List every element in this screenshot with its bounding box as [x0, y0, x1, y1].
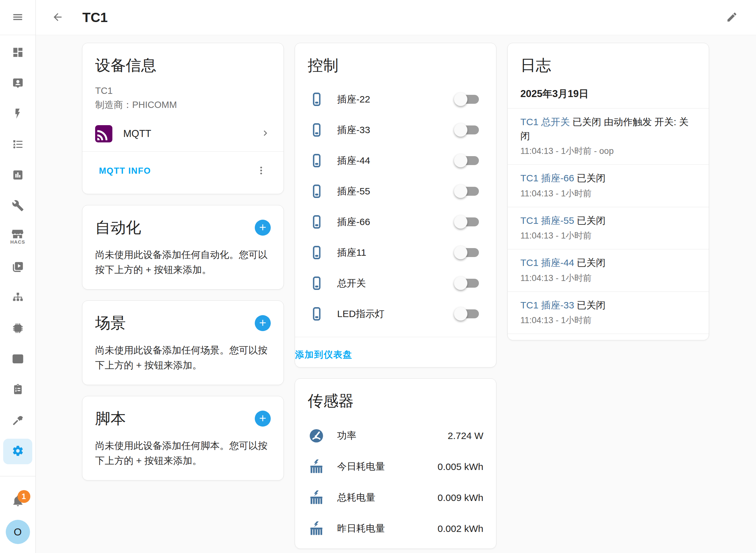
sidebar: HACS 1 [0, 0, 36, 553]
sensors-card: 传感器 功率 2.724 W 今日耗电量 0.005 kWh 总耗电量 [295, 378, 496, 549]
sensor-row: 今日耗电量 0.005 kWh [308, 451, 483, 482]
edit-device-button[interactable] [720, 6, 743, 29]
sidebar-item-todo[interactable] [0, 375, 35, 405]
toggle-switch[interactable] [456, 126, 479, 135]
logbook-title: 日志 [508, 55, 709, 76]
integration-row-mqtt[interactable]: MQTT [95, 125, 271, 151]
plus-icon [258, 222, 268, 233]
menu-button[interactable] [6, 6, 29, 29]
page-title: TC1 [82, 10, 720, 25]
logbook-date: 2025年3月19日 [508, 87, 709, 100]
logbook-entity-link[interactable]: TC1 插座-55 [520, 215, 574, 226]
column-device-info: 设备信息 TC1 制造商：PHICOMM MQTT MQTT INFO [82, 43, 284, 553]
control-label[interactable]: 插座-33 [337, 124, 456, 137]
scripts-title: 脚本 [95, 408, 126, 429]
logbook-entry: TC1 插座-44 已关闭 11:04:13 - 1小时前 [508, 249, 709, 292]
toggle-switch[interactable] [456, 279, 479, 288]
hamburger-icon [12, 11, 24, 24]
device-menu-button[interactable] [252, 161, 271, 180]
sidebar-item-people[interactable] [0, 68, 35, 99]
control-label[interactable]: 插座-22 [337, 93, 456, 106]
mqtt-info-button[interactable]: MQTT INFO [95, 163, 155, 179]
control-row: LED指示灯 [308, 299, 483, 329]
sidebar-item-developer-tools[interactable] [0, 405, 35, 436]
logbook-time: 11:04:13 - 1小时前 - oop [520, 145, 696, 157]
scripts-empty-text: 尚未使用此设备添加任何脚本。您可以按下上方的 + 按钮来添加。 [95, 439, 271, 468]
toggle-switch[interactable] [456, 309, 479, 318]
logbook-time: 11:04:13 - 1小时前 [520, 315, 696, 326]
column-logbook: 日志 2025年3月19日 TC1 总开关 已关闭 由动作触发 开关: 关闭 1… [507, 43, 709, 553]
sidebar-item-terminal[interactable] [0, 344, 35, 375]
logbook-entry: TC1 插座-22 已关闭 11:04:13 - 1小时前 [508, 334, 709, 340]
fence-electric-icon [309, 490, 324, 506]
toggle-switch[interactable] [456, 156, 479, 165]
toggle-switch[interactable] [456, 187, 479, 196]
avatar[interactable]: O [6, 520, 30, 544]
logbook-entity-link[interactable]: TC1 插座-44 [520, 257, 574, 268]
sidebar-item-hacs[interactable]: HACS [0, 222, 35, 252]
sensors-title: 传感器 [308, 391, 483, 411]
control-row: 插座11 [308, 237, 483, 268]
toggle-switch[interactable] [456, 95, 479, 104]
sidebar-item-profile[interactable]: O [0, 517, 35, 547]
sitemap-icon [12, 292, 24, 305]
control-label[interactable]: 插座11 [337, 246, 456, 259]
logbook-entity-link[interactable]: TC1 插座-66 [520, 173, 574, 183]
toggle-switch[interactable] [456, 218, 479, 226]
control-label[interactable]: LED指示灯 [337, 308, 456, 321]
sidebar-nav: HACS [0, 35, 35, 467]
scenes-empty-text: 尚未使用此设备添加任何场景。您可以按下上方的 + 按钮来添加。 [95, 343, 271, 373]
sidebar-item-history[interactable] [0, 160, 35, 191]
sidebar-item-logbook[interactable] [0, 130, 35, 160]
logbook-entity-link[interactable]: TC1 插座-33 [520, 300, 574, 310]
add-to-dashboard-button[interactable]: 添加到仪表盘 [295, 345, 356, 364]
play-box-multiple-icon [12, 261, 24, 274]
fence-electric-icon [309, 459, 324, 475]
device-manufacturer: 制造商：PHICOMM [95, 98, 271, 112]
power-socket-icon [309, 306, 324, 321]
logbook-message: 已关闭 [577, 257, 606, 268]
control-label[interactable]: 插座-55 [337, 185, 456, 198]
power-socket-icon [309, 153, 324, 168]
pencil-icon [726, 11, 738, 24]
toggle-switch[interactable] [456, 248, 479, 257]
sidebar-item-media[interactable] [0, 252, 35, 283]
chart-box-icon [12, 169, 24, 182]
dashboard-icon [12, 46, 24, 60]
scenes-title: 场景 [95, 313, 126, 333]
device-name: TC1 [95, 84, 271, 98]
automations-card: 自动化 尚未使用此设备添加任何自动化。您可以按下上方的 + 按钮来添加。 [82, 205, 284, 290]
sensor-value: 2.724 W [447, 430, 483, 441]
logbook-entry: TC1 插座-66 已关闭 11:04:13 - 1小时前 [508, 164, 709, 207]
hammer-icon [12, 414, 24, 427]
sidebar-item-settings[interactable] [0, 436, 35, 467]
logbook-entry: TC1 总开关 已关闭 由动作触发 开关: 关闭 11:04:13 - 1小时前… [508, 108, 709, 164]
back-button[interactable] [46, 6, 69, 29]
sensor-label[interactable]: 总耗电量 [337, 491, 438, 504]
control-label[interactable]: 插座-66 [337, 216, 456, 229]
sensor-value: 0.002 kWh [438, 523, 483, 534]
sensor-label[interactable]: 功率 [337, 429, 447, 442]
control-row: 插座-55 [308, 176, 483, 207]
add-script-button[interactable] [255, 411, 271, 426]
controls-card: 控制 插座-22 插座-33 插座-44 [295, 43, 496, 368]
sidebar-item-tools[interactable] [0, 191, 35, 222]
logbook-entry: TC1 插座-55 已关闭 11:04:13 - 1小时前 [508, 207, 709, 249]
sensor-label[interactable]: 今日耗电量 [337, 460, 438, 473]
list-bulleted-type-icon [12, 138, 24, 152]
plus-icon [258, 318, 268, 329]
logbook-entity-link[interactable]: TC1 总开关 [520, 116, 570, 127]
control-label[interactable]: 总开关 [337, 277, 456, 290]
notification-badge: 1 [17, 490, 30, 503]
sidebar-item-network[interactable] [0, 283, 35, 314]
hacs-store-icon: HACS [10, 229, 25, 245]
sidebar-item-notifications[interactable]: 1 [0, 486, 35, 517]
add-scene-button[interactable] [255, 315, 271, 331]
sidebar-item-esphome[interactable] [0, 314, 35, 344]
control-label[interactable]: 插座-44 [337, 154, 456, 167]
logbook-time: 11:04:13 - 1小时前 [520, 272, 696, 284]
sensor-label[interactable]: 昨日耗电量 [337, 522, 438, 535]
sidebar-item-overview[interactable] [0, 38, 35, 68]
sidebar-item-energy[interactable] [0, 99, 35, 130]
add-automation-button[interactable] [255, 220, 271, 236]
